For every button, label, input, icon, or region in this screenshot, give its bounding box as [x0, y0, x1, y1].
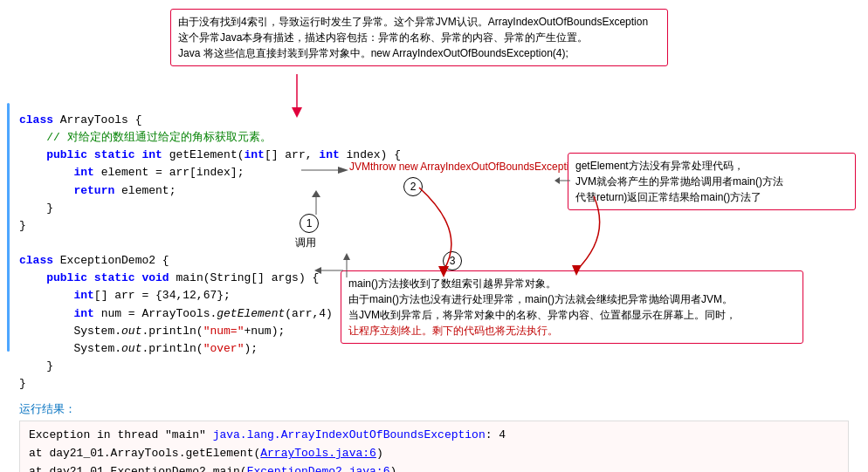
svg-marker-1 — [292, 107, 302, 118]
main-container: class ArrayTools { // 对给定的数组通过给定的角标获取元素。… — [0, 0, 868, 472]
left-margin-line — [7, 103, 10, 352]
output-line2-link[interactable]: ArrayTools.java:6 — [260, 447, 376, 460]
svg-marker-7 — [312, 190, 320, 197]
bottom-annotation-box: main()方法接收到了数组索引越界异常对象。 由于main()方法也没有进行处… — [341, 270, 803, 344]
code-line-15: } — [19, 358, 859, 375]
throw-arrow — [301, 164, 349, 177]
svg-marker-11 — [314, 267, 321, 274]
output-line1-exception: java.lang.ArrayIndexOutOfBoundsException — [213, 428, 486, 441]
output-line1-prefix: Exception in thread "main" — [29, 428, 213, 441]
top-annotation-box: 由于没有找到4索引，导致运行时发生了异常。这个异常JVM认识。ArrayInde… — [170, 9, 668, 66]
svg-marker-12 — [438, 266, 449, 277]
top-arrow — [271, 74, 323, 118]
bottom-box-line4: 让程序立刻终止。剩下的代码也将无法执行。 — [348, 323, 796, 339]
call-label: 调用 — [295, 236, 316, 250]
output-box: Exception in thread "main" java.lang.Arr… — [19, 421, 849, 472]
top-annotation-line3: Java 将这些信息直接封装到异常对象中。new ArrayIndexOutOf… — [178, 45, 660, 61]
output-line3-link[interactable]: ExceptionDemo2.java:6 — [247, 465, 390, 472]
output-line2-prefix: at day21_01.ArrayTools.getElement( — [29, 447, 260, 460]
bottom-left-arrow — [314, 264, 345, 277]
svg-marker-3 — [338, 167, 348, 174]
curved-arrow-2to3 — [402, 183, 472, 279]
output-line2-suffix: ) — [376, 447, 383, 460]
svg-marker-13 — [572, 265, 582, 276]
bottom-box-line2: 由于main()方法也没有进行处理异常，main()方法就会继续把异常抛给调用者… — [348, 291, 796, 307]
code-line-2: // 对给定的数组通过给定的角标获取元素。 — [19, 129, 859, 147]
curved-arrow-right — [568, 192, 620, 279]
svg-marker-9 — [343, 253, 350, 260]
output-line3-suffix: ) — [389, 465, 396, 472]
output-line-2: at day21_01.ArrayTools.getElement(ArrayT… — [29, 445, 839, 463]
output-line-3: at day21_01.ExceptionDemo2.main(Exceptio… — [29, 463, 839, 472]
output-line1-num: : 4 — [486, 428, 506, 441]
circle-1: 1 — [300, 214, 319, 233]
right-box2-line1: getElement方法没有异常处理代码， — [575, 158, 848, 174]
output-line-1: Exception in thread "main" java.lang.Arr… — [29, 427, 839, 445]
run-label: 运行结果： — [19, 401, 859, 417]
circle1-arrow — [307, 190, 325, 216]
top-annotation-line1: 由于没有找到4索引，导致运行时发生了异常。这个异常JVM认识。ArrayInde… — [178, 14, 660, 30]
code-line-16: } — [19, 375, 859, 393]
bottom-box-line3: 当JVM收到异常后，将异常对象中的名称、异常内容、位置都显示在屏幕上。同时， — [348, 307, 796, 323]
svg-marker-5 — [555, 177, 560, 184]
right2-arrow — [555, 174, 572, 188]
top-annotation-line2: 这个异常Java本身有描述，描述内容包括：异常的名称、异常的内容、异常的产生位置… — [178, 30, 660, 45]
code-line-1: class ArrayTools { — [19, 112, 859, 129]
right-box2-line2: JVM就会将产生的异常抛给调用者main()方法 — [575, 174, 848, 189]
output-line3-prefix: at day21_01.ExceptionDemo2.main( — [29, 465, 247, 472]
